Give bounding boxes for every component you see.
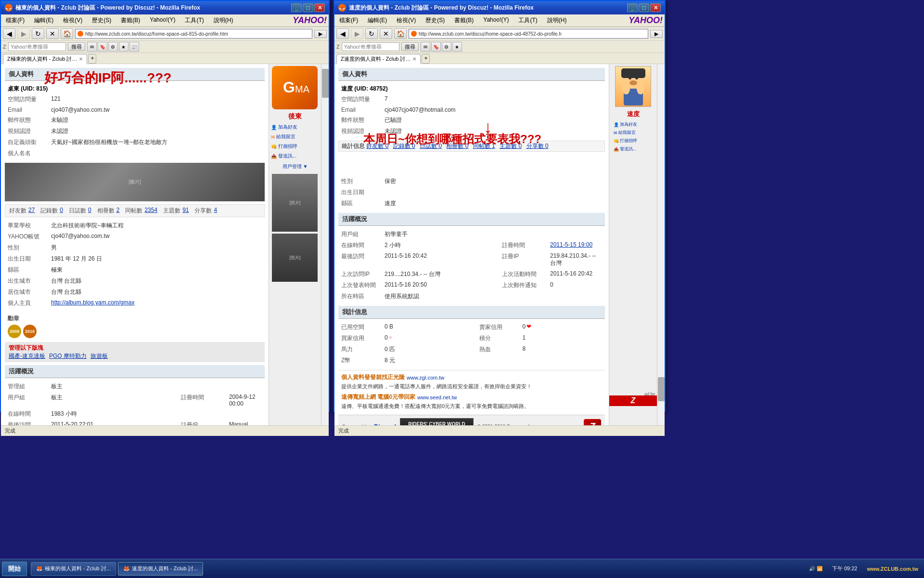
left-homepage-value[interactable]: http://album.blog.yam.com/gmax	[48, 298, 265, 309]
right-scroll-thumb[interactable]	[658, 377, 665, 401]
right-last-visit-label: 最後訪問	[338, 251, 382, 269]
left-sidebar-content: G MAX 後東 👤 加為好友 ✉ 給我留言 👊 打個招呼	[269, 64, 321, 425]
left-menu-bookmarks[interactable]: 書籤(B)	[118, 15, 143, 26]
start-button[interactable]: 開始	[2, 562, 27, 576]
left-photos-value[interactable]: 2	[116, 207, 120, 215]
right-go-button[interactable]: ▶	[650, 30, 663, 38]
right-scrollbar[interactable]	[657, 64, 665, 425]
left-maximize-button[interactable]: □	[303, 3, 313, 12]
right-menu-help[interactable]: 說明(H)	[544, 15, 570, 26]
right-forward-button[interactable]: ▶	[351, 28, 363, 39]
left-search-input[interactable]	[8, 42, 66, 51]
right-ad-desc-1: 提供企業文件網路，一通電話專人服件，網路流程安全嚴謹，有效捍衛企業資安！	[341, 383, 602, 390]
left-reload-button[interactable]: ↻	[32, 28, 44, 39]
left-diary-value[interactable]: 0	[88, 207, 91, 215]
right-reg-time-label: 註冊時間	[499, 240, 547, 251]
left-go-button[interactable]: ▶	[314, 30, 327, 38]
left-close-button[interactable]: ✕	[314, 3, 325, 12]
right-home-button[interactable]: 🏠	[394, 28, 407, 39]
left-menu-help[interactable]: 說明(H)	[211, 15, 236, 26]
right-minimize-button[interactable]: _	[627, 3, 638, 12]
right-tab-1[interactable]: Z速度的個人資料 - Zclub 討… ✕	[336, 54, 421, 64]
left-home-button[interactable]: 🏠	[61, 28, 73, 39]
left-icon-1[interactable]: ✉	[87, 42, 97, 52]
left-mgmt-group-value: 板主	[48, 381, 178, 392]
left-tab-1-close[interactable]: ✕	[79, 56, 83, 62]
taskbar-item-1[interactable]: 🦊 極東的個人資料 - Zclub 討...	[31, 562, 116, 576]
right-poke-btn[interactable]: 👊 打個招呼	[614, 138, 653, 144]
right-icon-4[interactable]: ★	[452, 42, 462, 52]
left-minimize-button[interactable]: _	[291, 3, 302, 12]
right-menu-file[interactable]: 檔案(F)	[336, 15, 361, 26]
left-scrollbar[interactable]	[321, 64, 329, 425]
right-stop-button[interactable]: ✕	[380, 28, 392, 39]
left-menu-view[interactable]: 檢視(V)	[60, 15, 85, 26]
right-footer-powered2[interactable]: Discuz!	[374, 423, 396, 425]
left-forward-button[interactable]: ▶	[17, 28, 30, 39]
left-row-view-auth: 視頻認證 未認證	[5, 126, 265, 137]
taskbar-item-2[interactable]: 🦊 速度的個人資料 - Zclub 討...	[118, 562, 203, 576]
left-menu-tools[interactable]: 工具(T)	[182, 15, 206, 26]
right-icon-1[interactable]: ✉	[421, 42, 430, 52]
left-location-value: 極東	[48, 264, 265, 276]
right-tab-add[interactable]: +	[422, 54, 430, 64]
right-search-input[interactable]	[342, 42, 399, 51]
left-menu-edit[interactable]: 編輯(E)	[31, 15, 56, 26]
left-topics-value[interactable]: 91	[182, 207, 189, 215]
left-send-msg-btn[interactable]: ✉ 給我留言	[271, 133, 319, 140]
taskbar-item-2-label: 速度的個人資料 - Zclub 討...	[132, 565, 198, 572]
left-tab-add[interactable]: +	[88, 54, 96, 64]
right-menu-tools[interactable]: 工具(T)	[515, 15, 540, 26]
right-reload-button[interactable]: ↻	[365, 28, 378, 39]
right-icon-3[interactable]: ⚙	[442, 42, 451, 52]
right-address-text[interactable]: http://www.zclub.com.tw/discuz/home-spac…	[419, 31, 646, 37]
right-back-button[interactable]: ◀	[336, 28, 349, 39]
left-send-btn[interactable]: 📤 發送訊...	[271, 153, 319, 159]
left-manage-item-2[interactable]: PGO 摩特勤力	[49, 352, 87, 360]
left-manage-item-1[interactable]: 國產-速克達板	[9, 352, 45, 360]
left-icon-4[interactable]: ★	[119, 42, 128, 52]
left-row-space: 空間訪問量 121	[5, 94, 265, 105]
right-menu-history[interactable]: 歷史(S)	[423, 15, 448, 26]
right-menu-yahoo[interactable]: Yahoo!(Y)	[480, 15, 512, 26]
left-poke-btn[interactable]: 👊 打個招呼	[271, 143, 319, 150]
left-search-button[interactable]: 搜尋	[68, 42, 85, 51]
right-close-button[interactable]: ✕	[650, 3, 661, 12]
left-menu-history[interactable]: 歷史(S)	[89, 15, 114, 26]
right-menu-view[interactable]: 檢視(V)	[394, 15, 419, 26]
left-back-button[interactable]: ◀	[3, 28, 15, 39]
left-city-label: 出生城市	[5, 276, 48, 287]
right-search-button[interactable]: 搜尋	[401, 42, 419, 51]
right-add-friend-btn[interactable]: 👤 加為好友	[614, 121, 653, 128]
left-records-value[interactable]: 0	[60, 207, 63, 215]
left-icon-3[interactable]: ⚙	[108, 42, 118, 52]
left-scroll-thumb[interactable]	[322, 69, 329, 98]
left-icon-2[interactable]: 🔖	[98, 42, 107, 52]
left-homepage-link[interactable]: http://album.blog.yam.com/gmax	[51, 299, 134, 306]
left-icon-5[interactable]: 📰	[129, 42, 139, 52]
left-forum-value[interactable]: 2354	[144, 207, 157, 215]
right-maximize-button[interactable]: □	[639, 3, 649, 12]
right-menu-edit[interactable]: 編輯(E)	[365, 15, 390, 26]
right-send-label: 發送訊...	[620, 146, 637, 152]
left-menu-yahoo[interactable]: Yahoo!(Y)	[147, 15, 178, 26]
taskbar-clock: 下午 09:22	[826, 565, 863, 572]
right-send-btn[interactable]: 📤 發送訊...	[614, 146, 653, 152]
left-menu-file[interactable]: 檔案(F)	[3, 15, 27, 26]
right-icon-2[interactable]: 🔖	[431, 42, 441, 52]
left-address-text[interactable]: http://www.zclub.com.tw/discuz/home-spac…	[85, 31, 310, 37]
right-menu-bookmarks[interactable]: 書籤(B)	[451, 15, 476, 26]
left-share-value[interactable]: 4	[214, 207, 217, 215]
right-send-msg-btn[interactable]: ✉ 給我留言	[614, 130, 653, 136]
right-birthday-row: 出生日期	[338, 187, 605, 198]
left-add-friend-btn[interactable]: 👤 加為好友	[271, 124, 319, 131]
right-ad-url-1[interactable]: www.zgl.com.tw	[407, 375, 444, 381]
left-stop-button[interactable]: ✕	[46, 28, 59, 39]
right-ad-url-2[interactable]: www.seed.net.tw	[417, 394, 457, 400]
left-friends-value[interactable]: 27	[28, 207, 35, 215]
left-user-mgmt[interactable]: 用戶管理 ▼	[282, 163, 308, 170]
right-ad-section: 個人資料發發就找正光隆 www.zgl.com.tw 提供企業文件網路，一通電話…	[338, 370, 605, 413]
left-manage-item-3[interactable]: 旅遊板	[90, 352, 108, 360]
right-tab-1-close[interactable]: ✕	[412, 56, 416, 62]
left-tab-1[interactable]: Z極東的個人資料 - Zclub 討… ✕	[3, 54, 87, 64]
